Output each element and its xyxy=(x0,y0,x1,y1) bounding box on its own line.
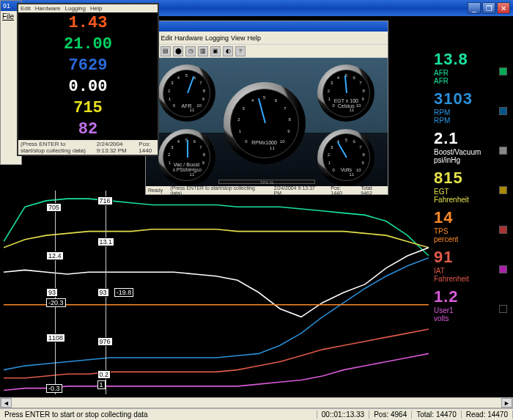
gauge-label: Volts xyxy=(323,167,370,172)
series-egt xyxy=(4,229,429,248)
stub-title: 91 xyxy=(3,2,10,10)
readout-rpm: 3103 RPM RPM xyxy=(434,89,506,125)
readout-iat: 91 IAT Fahrenheit xyxy=(434,248,506,283)
menu-item[interactable]: Edit xyxy=(161,34,173,42)
maximize-button[interactable]: ❐ xyxy=(482,2,495,14)
readout-label: TPS xyxy=(434,227,506,235)
status-hint: Press ENTER to start or stop collecting … xyxy=(0,410,317,419)
gauge-rpmx1000: 01234567891011RPMx1000 xyxy=(224,82,306,164)
menu-edit[interactable]: Edit xyxy=(21,5,31,12)
marker-label: 976 xyxy=(97,337,113,346)
numeric-panel: Edit Hardware Logging Help 1.4321.007629… xyxy=(17,3,159,156)
tool-icon[interactable]: ▥ xyxy=(198,46,208,56)
h-scrollbar[interactable]: ◄ ► xyxy=(0,397,513,408)
color-swatch[interactable] xyxy=(499,305,507,313)
readout-egt: 815 EGT Fahrenheit xyxy=(434,169,506,204)
readout-user1: 1.2 User1 volts xyxy=(434,287,506,323)
gauge-afr: 01234567891011AFR xyxy=(158,65,215,122)
help-icon[interactable]: ? xyxy=(235,46,246,56)
minimize-button[interactable]: _ xyxy=(468,2,481,14)
status-time: 00::01::13.33 xyxy=(317,410,369,419)
menu-hardware[interactable]: Hardware xyxy=(35,5,61,12)
tps-bar: TPS % xyxy=(218,180,315,184)
menu-help[interactable]: Help xyxy=(90,5,102,12)
gw-total: Total: 9462 xyxy=(361,185,385,196)
tool-icon[interactable]: ◐ xyxy=(223,46,233,56)
marker-label: 0.2 xyxy=(97,370,111,379)
series-iat xyxy=(4,329,429,378)
tool-icon[interactable]: ▣ xyxy=(210,46,221,56)
scroll-right-icon[interactable]: ► xyxy=(501,398,512,408)
marker-label: 716 xyxy=(97,196,113,205)
np-hint: (Press ENTER to start/stop collecting da… xyxy=(21,141,91,154)
marker-label: 13.1 xyxy=(97,237,115,246)
gauge-volts: 01234567891011Volts xyxy=(317,129,374,186)
menu-logging[interactable]: Logging xyxy=(64,5,85,12)
color-swatch[interactable] xyxy=(499,186,507,194)
readout-value: 91 xyxy=(434,248,506,267)
menu-item[interactable]: Logging xyxy=(205,34,229,42)
chart-area: 705 12.4 93 -20.3 1108 716 13.1 93 -19.8… xyxy=(4,191,429,394)
readout-afr: 13.8 AFR AFR xyxy=(434,50,506,85)
readout-unit: percent xyxy=(434,235,506,243)
gauge-menubar: FileEditHardwareLoggingViewHelp xyxy=(146,32,388,45)
np-pos: Pos: 1440 xyxy=(139,141,155,154)
readout-value: 13.8 xyxy=(434,50,506,69)
numeric-panel-menu: Edit Hardware Logging Help xyxy=(18,4,158,12)
gauge-vac: 01234567891011Vac / BoostPSI/inHg xyxy=(158,129,215,186)
series-afr xyxy=(4,199,429,256)
file-menu[interactable]: File xyxy=(2,12,14,21)
readout-value: 14 xyxy=(434,208,506,227)
color-swatch[interactable] xyxy=(499,147,507,155)
marker-label: -19.8 xyxy=(114,288,134,297)
gauge-label: Vac / BoostPSI/inHg xyxy=(163,162,210,172)
gauge-label: EGT x 100Celsius xyxy=(323,98,370,108)
readout-value: 2.1 xyxy=(434,129,506,148)
tool-icon[interactable]: ▤ xyxy=(160,46,171,56)
color-swatch[interactable] xyxy=(499,265,507,273)
tps-label: TPS % xyxy=(260,180,274,185)
color-swatch[interactable] xyxy=(499,226,507,234)
readout-unit: volts xyxy=(434,314,506,323)
gauge-label: RPMx1000 xyxy=(231,140,298,145)
readout-value: 3103 xyxy=(434,89,506,108)
scroll-left-icon[interactable]: ◄ xyxy=(1,398,12,408)
menu-item[interactable]: View xyxy=(231,34,245,42)
marker-label: 93 xyxy=(97,288,109,297)
color-swatch[interactable] xyxy=(499,67,507,75)
gauge-tool-icon[interactable]: ◷ xyxy=(185,46,196,56)
gauge-titlebar[interactable] xyxy=(146,21,388,32)
readout-label: Boost/Vacuum xyxy=(434,148,506,156)
marker-label: 1108 xyxy=(46,334,65,342)
marker-label: 1 xyxy=(97,380,106,389)
gauge-egt: 01234567891011EGT x 100Celsius xyxy=(317,65,374,122)
np-ts: 2/24/2004 9:13:32 PM xyxy=(97,141,133,154)
gw-state: Ready xyxy=(148,188,163,193)
color-swatch[interactable] xyxy=(499,107,507,115)
readout-unit: Fahrenheit xyxy=(434,275,506,283)
tool-icon[interactable]: ⬤ xyxy=(173,46,183,56)
readout-unit: Fahrenheit xyxy=(434,196,506,204)
readout-label: AFR xyxy=(434,69,506,77)
marker-label: -20.3 xyxy=(46,298,66,307)
marker-label: 12.4 xyxy=(46,251,64,260)
readout-label: RPM xyxy=(434,108,506,117)
menu-item[interactable]: Hardware xyxy=(174,34,203,42)
readouts-panel: 13.8 AFR AFR 3103 RPM RPM 2.1 Boost/Vacu… xyxy=(434,50,506,327)
marker-label: 93 xyxy=(46,288,58,297)
numeric-value: 1.43 xyxy=(18,12,158,34)
numeric-value: 82 xyxy=(18,119,158,140)
close-button[interactable]: ✕ xyxy=(497,2,510,14)
numeric-value: 0.00 xyxy=(18,76,158,97)
readout-tps: 14 TPS percent xyxy=(434,208,506,243)
numeric-value: 715 xyxy=(18,97,158,119)
numeric-value: 21.00 xyxy=(18,34,158,55)
needle xyxy=(187,140,188,158)
gauge-status: Ready (Press ENTER to start/stop collect… xyxy=(146,186,388,194)
marker-label: -0.3 xyxy=(46,384,62,393)
readout-unit: RPM xyxy=(434,117,506,125)
menu-item[interactable]: Help xyxy=(247,34,261,42)
gw-ts: 2/24/2004 9:13:37 PM xyxy=(274,185,324,196)
readout-boost/vacuum: 2.1 Boost/Vacuum psi/inHg xyxy=(434,129,506,164)
gauge-window: Lambda FileEditHardwareLoggingViewHelp ▦… xyxy=(145,21,388,195)
